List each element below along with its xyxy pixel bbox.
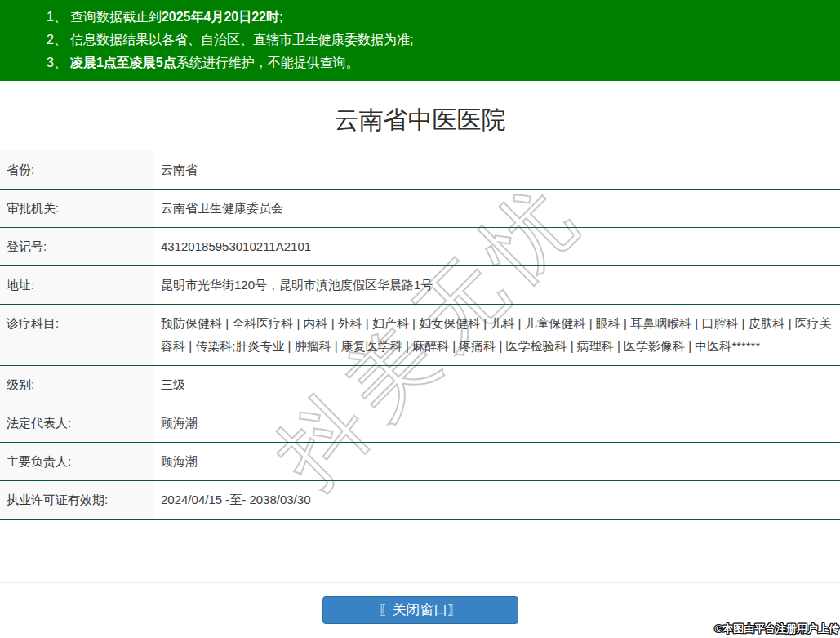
row-label: 主要负责人: — [0, 443, 153, 480]
table-row-approval-authority: 审批机关: 云南省卫生健康委员会 — [0, 190, 840, 228]
row-label: 级别: — [0, 366, 153, 404]
hospital-info-table: 省份: 云南省 审批机关: 云南省卫生健康委员会 登记号: 4312018595… — [0, 151, 840, 520]
row-value: 三级 — [153, 366, 840, 404]
row-value: 昆明市光华街120号，昆明市滇池度假区华晨路1号 — [153, 266, 840, 304]
row-value: 2024/04/15 -至- 2038/03/30 — [153, 481, 840, 519]
row-value: 云南省卫生健康委员会 — [153, 190, 840, 227]
row-label: 登记号: — [0, 228, 153, 265]
close-window-button[interactable]: 〖关闭窗口〗 — [322, 596, 518, 624]
table-row-principal: 主要负责人: 顾海潮 — [0, 443, 840, 481]
row-value: 顾海潮 — [153, 404, 840, 442]
row-label: 法定代表人: — [0, 404, 153, 442]
row-label: 诊疗科目: — [0, 305, 153, 365]
notice-text-bold: 2025年4月20日22时 — [162, 10, 279, 24]
table-row-legal-representative: 法定代表人: 顾海潮 — [0, 404, 840, 443]
notice-line-3: 3、凌晨1点至凌晨5点系统进行维护，不能提供查询。 — [47, 51, 832, 74]
row-label: 省份: — [0, 151, 153, 189]
notice-text: 系统进行维护，不能提供查询。 — [176, 56, 359, 69]
notice-number: 3、 — [47, 56, 67, 69]
notice-bar: 1、查询数据截止到2025年4月20日22时; 2、信息数据结果以各省、自治区、… — [0, 0, 840, 81]
table-row-medical-subjects: 诊疗科目: 预防保健科 | 全科医疗科 | 内科 | 外科 | 妇产科 | 妇女… — [0, 305, 840, 366]
row-value: 顾海潮 — [153, 443, 840, 480]
notice-text-bold: 凌晨1点至凌晨5点 — [70, 56, 176, 69]
table-row-registration-number: 登记号: 43120185953010211A2101 — [0, 228, 840, 266]
row-value: 预防保健科 | 全科医疗科 | 内科 | 外科 | 妇产科 | 妇女保健科 | … — [153, 305, 840, 365]
row-value: 43120185953010211A2101 — [153, 228, 840, 265]
notice-text: 查询数据截止到 — [70, 10, 162, 24]
notice-number: 2、 — [47, 33, 67, 47]
notice-line-1: 1、查询数据截止到2025年4月20日22时; — [47, 6, 832, 29]
row-label: 审批机关: — [0, 190, 153, 227]
page-title: 云南省中医医院 — [0, 104, 840, 136]
notice-number: 1、 — [47, 10, 67, 24]
button-row: 〖关闭窗口〗 — [0, 583, 840, 624]
table-row-province: 省份: 云南省 — [0, 151, 840, 190]
row-label: 地址: — [0, 266, 153, 304]
table-row-license-validity: 执业许可证有效期: 2024/04/15 -至- 2038/03/30 — [0, 481, 840, 520]
notice-text: ; — [279, 10, 282, 24]
copyright-watermark: ©本图由平台注册用户上传 — [714, 622, 839, 636]
table-row-level: 级别: 三级 — [0, 366, 840, 404]
main-content: 云南省中医医院 省份: 云南省 审批机关: 云南省卫生健康委员会 登记号: 43… — [0, 104, 840, 624]
notice-line-2: 2、信息数据结果以各省、自治区、直辖市卫生健康委数据为准; — [47, 29, 832, 51]
notice-text: 信息数据结果以各省、自治区、直辖市卫生健康委数据为准; — [70, 33, 413, 47]
table-row-address: 地址: 昆明市光华街120号，昆明市滇池度假区华晨路1号 — [0, 266, 840, 305]
row-label: 执业许可证有效期: — [0, 481, 153, 519]
row-value: 云南省 — [153, 151, 840, 189]
